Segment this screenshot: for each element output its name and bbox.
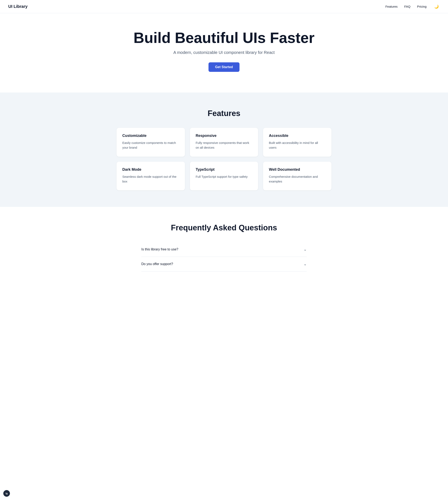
features-section-title: Features [8, 109, 440, 118]
feature-card-responsive: Responsive Fully responsive components t… [190, 128, 258, 157]
feature-card-darkmode: Dark Mode Seamless dark mode support out… [116, 162, 185, 191]
faq-question-text-0: Is this library free to use? [141, 247, 178, 251]
get-started-button[interactable]: Get Started [208, 62, 240, 72]
feature-desc-accessible: Built with accessibility in mind for all… [269, 140, 326, 150]
nav-links: Features FAQ Pricing 🌙 [385, 3, 440, 10]
feature-title-documented: Well Documented [269, 167, 326, 172]
dark-mode-toggle[interactable]: 🌙 [433, 3, 440, 10]
feature-desc-typescript: Full TypeScript support for type safety [196, 174, 253, 179]
faq-section: Frequently Asked Questions Is this libra… [0, 207, 448, 284]
hero-subtitle: A modern, customizable UI component libr… [8, 50, 440, 55]
navbar: UI Library Features FAQ Pricing 🌙 [0, 0, 448, 13]
nav-pricing-link[interactable]: Pricing [417, 5, 427, 8]
nav-logo: UI Library [8, 4, 28, 9]
feature-desc-darkmode: Seamless dark mode support out of the bo… [122, 174, 179, 184]
faq-question-text-1: Do you offer support? [141, 262, 173, 266]
nav-features-link[interactable]: Features [385, 5, 398, 8]
faq-question-0[interactable]: Is this library free to use? ⌄ [141, 242, 307, 257]
feature-desc-customizable: Easily customize components to match you… [122, 140, 179, 150]
feature-title-typescript: TypeScript [196, 167, 253, 172]
feature-title-accessible: Accessible [269, 134, 326, 138]
feature-card-documented: Well Documented Comprehensive documentat… [263, 162, 332, 191]
hero-title: Build Beautiful UIs Faster [8, 30, 440, 46]
chevron-down-icon-0: ⌄ [304, 247, 307, 252]
feature-title-responsive: Responsive [196, 134, 253, 138]
features-section: Features Customizable Easily customize c… [0, 92, 448, 207]
feature-title-customizable: Customizable [122, 134, 179, 138]
faq-question-1[interactable]: Do you offer support? ⌄ [141, 257, 307, 271]
feature-card-customizable: Customizable Easily customize components… [116, 128, 185, 157]
hero-section: Build Beautiful UIs Faster A modern, cus… [0, 13, 448, 92]
feature-card-typescript: TypeScript Full TypeScript support for t… [190, 162, 258, 191]
faq-item-1: Do you offer support? ⌄ [141, 257, 307, 272]
faq-section-title: Frequently Asked Questions [8, 223, 440, 232]
feature-desc-documented: Comprehensive documentation and examples [269, 174, 326, 184]
nav-faq-link[interactable]: FAQ [404, 5, 410, 8]
features-grid: Customizable Easily customize components… [116, 128, 332, 190]
feature-card-accessible: Accessible Built with accessibility in m… [263, 128, 332, 157]
chevron-down-icon-1: ⌄ [304, 262, 307, 266]
faq-list: Is this library free to use? ⌄ Do you of… [141, 242, 307, 272]
faq-item-0: Is this library free to use? ⌄ [141, 242, 307, 257]
feature-title-darkmode: Dark Mode [122, 167, 179, 172]
feature-desc-responsive: Fully responsive components that work on… [196, 140, 253, 150]
